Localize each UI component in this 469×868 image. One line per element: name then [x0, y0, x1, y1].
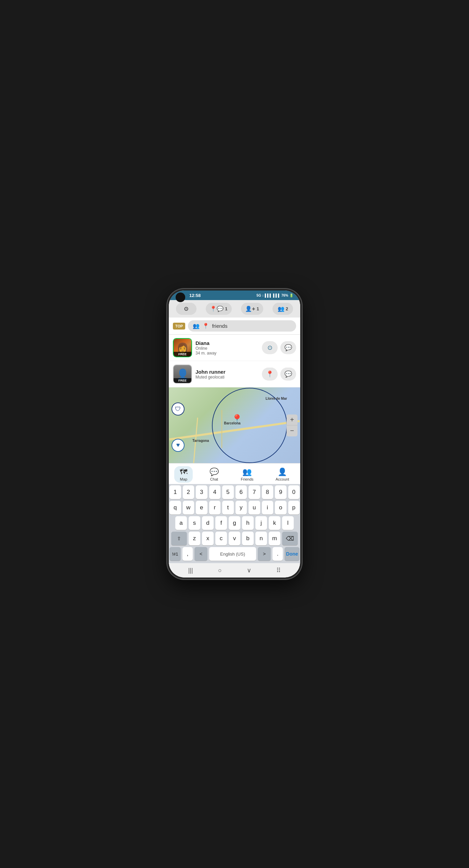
key-t[interactable]: t	[222, 501, 234, 514]
john-chat-icon: 💬	[284, 370, 292, 378]
heart-icon: ♥	[176, 442, 180, 449]
diana-locate-button[interactable]: ⊙	[262, 341, 278, 354]
period-key[interactable]: .	[272, 547, 283, 561]
scan-button[interactable]: ⊙	[176, 303, 197, 315]
camera-notch	[176, 293, 185, 302]
phone-screen: 12:58 5G ↕ ▌▌▌ ▌▌▌ 76% 🔋 ⊙ 📍💬 1 👤+ 1	[169, 290, 300, 578]
friend-item-john: 👤 FREE John runner Muted geolocati 📍 💬	[169, 361, 300, 387]
key-8[interactable]: 8	[262, 485, 274, 499]
chat-icon: 💬	[284, 344, 292, 351]
key-9[interactable]: 9	[275, 485, 287, 499]
key-d[interactable]: d	[202, 516, 214, 530]
friends-nav-icon: 👥	[242, 468, 252, 476]
key-p[interactable]: p	[288, 501, 300, 514]
comma-key[interactable]: ,	[182, 547, 193, 561]
friends-list: 👩 FREE Diana Online 34 m. away ⊙ 💬	[169, 335, 300, 387]
key-v[interactable]: v	[229, 532, 240, 545]
zoom-out-button[interactable]: −	[287, 425, 297, 436]
keyboard-row-zxcv: ⇧ z x c v b n m ⌫	[169, 532, 300, 545]
key-a[interactable]: a	[175, 516, 187, 530]
symbol-key[interactable]: !#1	[169, 547, 181, 561]
map-area[interactable]: 📍 Lloret de Mar Barcelona Tarragona 🛡 ♥	[169, 387, 300, 463]
map-label-tarragona: Tarragona	[192, 439, 209, 443]
diana-chat-button[interactable]: 💬	[280, 341, 296, 354]
add-friend-icon: 👤+	[245, 306, 255, 312]
key-q[interactable]: q	[169, 501, 181, 514]
chat-nav-icon: 💬	[210, 468, 219, 476]
keyboard-row-numbers: 1 2 3 4 5 6 7 8 9 0	[169, 485, 300, 499]
nav-map[interactable]: 🗺 Map	[174, 466, 193, 483]
key-k[interactable]: k	[269, 516, 280, 530]
shield-badge[interactable]: 🛡	[172, 402, 185, 416]
notifications-button[interactable]: 📍💬 1	[206, 303, 231, 315]
top-badge: TOP	[173, 323, 185, 330]
keyboard-row-bottom: !#1 , < English (US) > . Done	[169, 547, 300, 561]
john-locate-button[interactable]: 📍	[262, 368, 278, 381]
key-5[interactable]: 5	[222, 485, 234, 499]
locate-icon: ⊙	[267, 344, 272, 351]
john-name: John runner	[195, 369, 258, 375]
heart-badge[interactable]: ♥	[172, 439, 185, 452]
shield-icon: 🛡	[175, 406, 181, 413]
lang-right-key[interactable]: >	[258, 547, 271, 561]
delete-key[interactable]: ⌫	[282, 532, 298, 545]
key-z[interactable]: z	[189, 532, 200, 545]
key-e[interactable]: e	[196, 501, 207, 514]
key-w[interactable]: w	[183, 501, 194, 514]
search-input-area[interactable]: 👥 📍 friends	[188, 320, 296, 332]
key-m[interactable]: m	[269, 532, 280, 545]
key-s[interactable]: s	[189, 516, 200, 530]
key-6[interactable]: 6	[236, 485, 247, 499]
key-i[interactable]: i	[262, 501, 274, 514]
key-b[interactable]: b	[242, 532, 254, 545]
status-battery: 76%	[281, 294, 288, 297]
key-4[interactable]: 4	[209, 485, 221, 499]
john-chat-button[interactable]: 💬	[280, 368, 296, 381]
zoom-in-button[interactable]: +	[287, 414, 297, 425]
shift-key[interactable]: ⇧	[171, 532, 187, 545]
key-f[interactable]: f	[215, 516, 227, 530]
key-g[interactable]: g	[229, 516, 240, 530]
nav-chat[interactable]: 💬 Chat	[204, 466, 224, 483]
group-button[interactable]: 👥 2	[272, 303, 293, 315]
key-u[interactable]: u	[249, 501, 260, 514]
group-icon: 👥	[278, 306, 284, 312]
nav-friends[interactable]: 👥 Friends	[236, 466, 259, 483]
nav-account[interactable]: 👤 Account	[270, 466, 295, 483]
key-o[interactable]: o	[275, 501, 287, 514]
key-y[interactable]: y	[236, 501, 247, 514]
key-2[interactable]: 2	[183, 485, 194, 499]
chat-nav-label: Chat	[210, 477, 218, 481]
key-j[interactable]: j	[255, 516, 267, 530]
system-bar: ||| ○ ∨ ⠿	[169, 563, 300, 578]
key-c[interactable]: c	[215, 532, 227, 545]
pin-chat-icon: 📍💬	[210, 306, 224, 312]
key-l[interactable]: l	[282, 516, 294, 530]
lang-left-key[interactable]: <	[194, 547, 207, 561]
diana-free-label: FREE	[174, 352, 191, 357]
key-1[interactable]: 1	[169, 485, 181, 499]
map-label-lloret: Lloret de Mar	[266, 397, 287, 400]
account-nav-label: Account	[276, 477, 289, 481]
key-3[interactable]: 3	[196, 485, 207, 499]
space-key[interactable]: English (US)	[209, 547, 256, 561]
key-x[interactable]: x	[202, 532, 214, 545]
key-0[interactable]: 0	[288, 485, 300, 499]
friends-nav-label: Friends	[241, 477, 254, 481]
key-7[interactable]: 7	[249, 485, 260, 499]
key-r[interactable]: r	[209, 501, 221, 514]
friend-item-diana: 👩 FREE Diana Online 34 m. away ⊙ 💬	[169, 335, 300, 361]
search-people-icon: 👥	[193, 323, 200, 329]
key-n[interactable]: n	[255, 532, 267, 545]
key-h[interactable]: h	[242, 516, 254, 530]
battery-icon: 🔋	[289, 294, 293, 297]
add-friend-button[interactable]: 👤+ 1	[241, 303, 263, 315]
top-actions: ⊙ 📍💬 1 👤+ 1 👥 2	[169, 300, 300, 318]
done-key[interactable]: Done	[284, 547, 300, 561]
home-button[interactable]: ○	[215, 566, 225, 575]
map-label-barcelona: Barcelona	[224, 421, 240, 425]
notifications-badge: 1	[225, 306, 227, 311]
back-button[interactable]: |||	[185, 566, 197, 575]
recent-button[interactable]: ∨	[243, 565, 255, 575]
menu-button[interactable]: ⠿	[273, 565, 284, 575]
